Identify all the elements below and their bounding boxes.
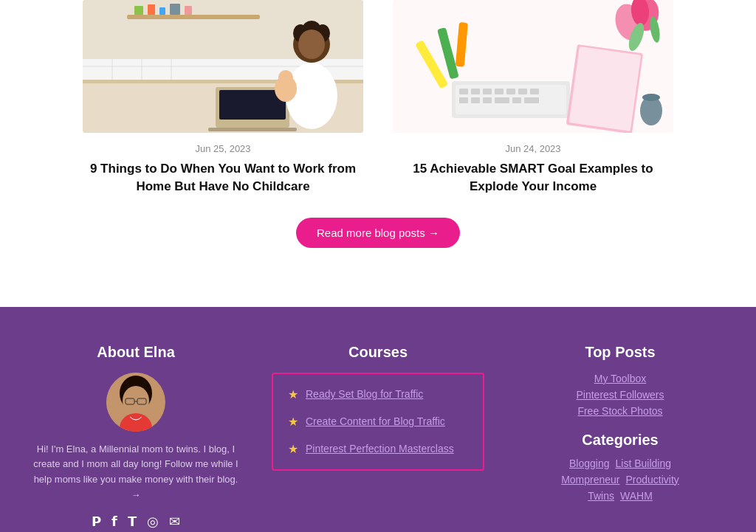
- blog-posts-section: Jun 25, 2023 9 Things to Do When You Wan…: [0, 0, 756, 307]
- svg-rect-37: [471, 89, 480, 94]
- footer-top-posts-column: Top Posts My Toolbox Pinterest Followers…: [514, 344, 726, 532]
- category-mompreneur[interactable]: Mompreneur: [561, 474, 619, 486]
- svg-point-24: [298, 30, 325, 59]
- blog-card-2: Jun 24, 2023 15 Achievable SMART Goal Ex…: [393, 0, 673, 196]
- svg-rect-46: [495, 97, 509, 103]
- blog-card-image-1: [83, 0, 363, 133]
- svg-rect-17: [208, 128, 297, 131]
- svg-rect-40: [506, 89, 515, 94]
- svg-rect-41: [518, 89, 527, 94]
- svg-point-55: [642, 94, 660, 101]
- category-blogging[interactable]: Blogging: [569, 457, 610, 469]
- star-icon-1: ★: [288, 387, 298, 401]
- svg-point-27: [278, 70, 293, 85]
- top-post-link-3[interactable]: Free Stock Photos: [514, 405, 726, 417]
- course-item-1: ★ Ready Set Blog for Traffic: [288, 387, 468, 401]
- categories-row-3: Twins WAHM: [514, 490, 726, 502]
- pinterest-icon[interactable]: 𝗣: [92, 514, 101, 530]
- svg-rect-3: [134, 6, 143, 15]
- svg-rect-53: [569, 46, 642, 131]
- footer-courses-column: Courses ★ Ready Set Blog for Traffic ★ C…: [272, 344, 484, 532]
- course-item-2: ★ Create Content for Blog Traffic: [288, 415, 468, 429]
- svg-rect-43: [459, 97, 468, 103]
- footer-grid: About Elna: [30, 344, 726, 532]
- blog-card-2-title: 15 Achievable SMART Goal Examples to Exp…: [393, 160, 673, 196]
- blog-card-image-2: [393, 0, 673, 133]
- svg-rect-16: [219, 90, 286, 120]
- star-icon-3: ★: [288, 442, 298, 456]
- categories-row-2: Mompreneur Productivity: [514, 474, 726, 486]
- top-posts-links: My Toolbox Pinterest Followers Free Stoc…: [514, 373, 726, 417]
- top-post-link-1[interactable]: My Toolbox: [514, 373, 726, 384]
- top-post-link-2[interactable]: Pinterest Followers: [514, 389, 726, 401]
- footer-avatar: [106, 373, 165, 432]
- blog-card-1: Jun 25, 2023 9 Things to Do When You Wan…: [83, 0, 363, 196]
- courses-box: ★ Ready Set Blog for Traffic ★ Create Co…: [272, 373, 484, 471]
- twitter-icon[interactable]: 𝗧: [128, 514, 137, 530]
- svg-rect-47: [512, 97, 521, 103]
- blog-cards: Jun 25, 2023 9 Things to Do When You Wan…: [30, 0, 726, 196]
- blog-card-2-date: Jun 24, 2023: [393, 143, 673, 154]
- svg-rect-45: [483, 97, 492, 103]
- footer-top-posts-heading: Top Posts: [514, 344, 726, 361]
- svg-rect-48: [524, 97, 539, 103]
- svg-rect-4: [148, 4, 155, 15]
- categories-heading: Categories: [514, 432, 726, 449]
- svg-rect-7: [185, 6, 192, 15]
- categories-links: Blogging List Building Mompreneur Produc…: [514, 457, 726, 502]
- footer-social-icons: 𝗣 𝗳 𝗧 ◎ ✉: [30, 514, 242, 530]
- svg-rect-44: [471, 97, 480, 103]
- footer-about-heading: About Elna: [30, 344, 242, 361]
- facebook-icon[interactable]: 𝗳: [111, 514, 117, 530]
- svg-rect-2: [127, 15, 260, 19]
- footer-about-column: About Elna: [30, 344, 242, 532]
- category-wahm[interactable]: WAHM: [620, 490, 653, 502]
- categories-section: Categories Blogging List Building Mompre…: [514, 432, 726, 502]
- email-icon[interactable]: ✉: [169, 514, 180, 530]
- course-link-1[interactable]: Ready Set Blog for Traffic: [306, 388, 423, 400]
- svg-point-61: [123, 386, 149, 415]
- svg-rect-36: [459, 89, 468, 94]
- blog-card-1-title: 9 Things to Do When You Want to Work fro…: [83, 160, 363, 196]
- category-list-building[interactable]: List Building: [616, 457, 672, 469]
- footer-about-more-link[interactable]: →: [131, 489, 141, 500]
- course-link-3[interactable]: Pinterest Perfection Masterclass: [306, 443, 454, 455]
- categories-row-1: Blogging List Building: [514, 457, 726, 469]
- footer-courses-heading: Courses: [272, 344, 484, 361]
- footer: About Elna: [0, 307, 756, 532]
- svg-rect-42: [530, 89, 539, 94]
- svg-rect-39: [495, 89, 504, 94]
- instagram-icon[interactable]: ◎: [147, 514, 159, 530]
- read-more-button[interactable]: Read more blog posts →: [296, 218, 460, 248]
- category-productivity[interactable]: Productivity: [626, 474, 679, 486]
- star-icon-2: ★: [288, 415, 298, 429]
- footer-about-bio: Hi! I'm Elna, a Millennial mom to twins.…: [30, 442, 242, 503]
- course-item-3: ★ Pinterest Perfection Masterclass: [288, 442, 468, 456]
- category-twins[interactable]: Twins: [588, 490, 614, 502]
- svg-rect-6: [170, 4, 180, 15]
- svg-rect-5: [159, 7, 165, 15]
- read-more-wrapper: Read more blog posts →: [30, 218, 726, 248]
- course-link-2[interactable]: Create Content for Blog Traffic: [306, 415, 445, 427]
- blog-card-1-date: Jun 25, 2023: [83, 143, 363, 154]
- svg-rect-38: [483, 89, 492, 94]
